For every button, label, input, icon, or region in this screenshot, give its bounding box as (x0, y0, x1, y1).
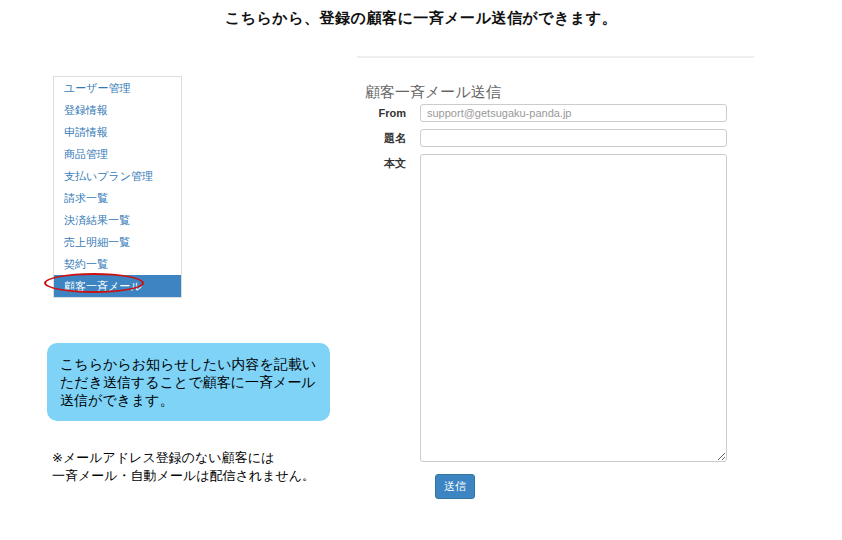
from-row: From (365, 104, 745, 122)
send-button[interactable]: 送信 (435, 474, 475, 499)
footnote: ※メールアドレス登録のない顧客には 一斉メール・自動メールは配信されません。 (52, 449, 315, 485)
from-label: From (365, 104, 420, 122)
page-title: こちらから、登録の顧客に一斉メール送信ができます。 (0, 9, 842, 28)
panel-divider (357, 56, 754, 58)
sidebar-item-customer-bulk-mail[interactable]: 顧客一斉メール (54, 275, 181, 297)
body-textarea[interactable] (420, 154, 727, 462)
subject-input[interactable] (420, 129, 727, 147)
callout-box: こちらからお知らせしたい内容を記載い ただき送信することで顧客に一斉メール 送信… (47, 343, 330, 421)
subject-label: 題名 (365, 129, 420, 147)
sidebar-item-billing-list[interactable]: 請求一覧 (54, 187, 181, 209)
sidebar-item-registration-info[interactable]: 登録情報 (54, 99, 181, 121)
subject-row: 題名 (365, 129, 745, 147)
sidebar-item-payment-plan-management[interactable]: 支払いプラン管理 (54, 165, 181, 187)
from-input[interactable] (420, 104, 727, 122)
callout-text: こちらからお知らせしたい内容を記載い ただき送信することで顧客に一斉メール 送信… (60, 355, 317, 410)
bulk-mail-form: From 題名 本文 (365, 104, 745, 469)
sidebar-item-sales-detail-list[interactable]: 売上明細一覧 (54, 231, 181, 253)
sidebar-nav: ユーザー管理 登録情報 申請情報 商品管理 支払いプラン管理 請求一覧 決済結果… (53, 76, 182, 298)
body-row: 本文 (365, 154, 745, 462)
sidebar-item-product-management[interactable]: 商品管理 (54, 143, 181, 165)
sidebar-item-user-management[interactable]: ユーザー管理 (54, 77, 181, 99)
body-label: 本文 (365, 154, 420, 172)
sidebar-item-application-info[interactable]: 申請情報 (54, 121, 181, 143)
sidebar-item-payment-result-list[interactable]: 決済結果一覧 (54, 209, 181, 231)
form-heading: 顧客一斉メール送信 (365, 83, 501, 102)
sidebar-item-contract-list[interactable]: 契約一覧 (54, 253, 181, 275)
